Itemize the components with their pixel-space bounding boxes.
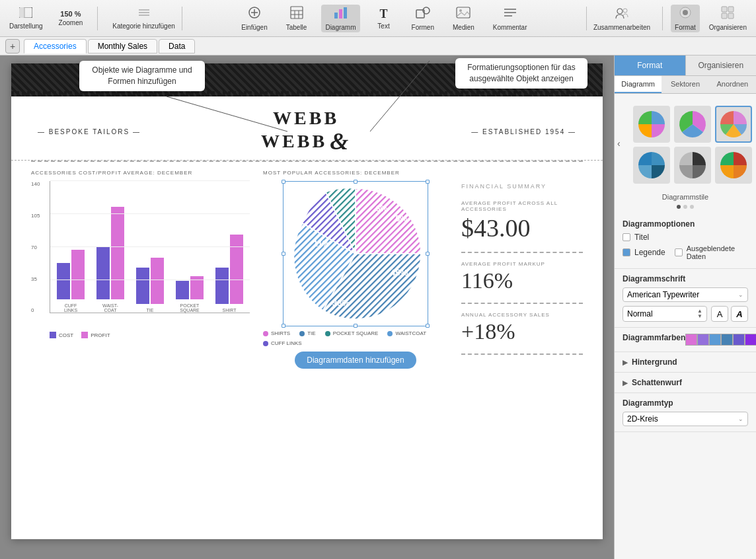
add-category-label: Kategorie hinzufügen [112,22,175,30]
styles-prev-arrow[interactable]: ‹ [617,138,621,149]
media-button[interactable]: Medien [449,5,478,32]
format-icon [679,6,692,22]
subtab-anordnen[interactable]: Anordnen [709,76,756,93]
media-label: Medien [453,24,474,31]
legend-dot-pocketsquare [325,331,330,336]
view-label: Darstellung [9,22,43,30]
subtab-diagramm[interactable]: Diagramm [615,76,662,93]
pie-label-11: 11% [313,239,329,248]
style-thumb-3[interactable] [715,106,752,143]
font-section-title: Diagrammschrift [623,274,748,283]
dashed-divider-fin1 [461,252,583,253]
shadow-arrow: ▶ [623,379,628,387]
font-italic-button[interactable]: A [731,306,748,322]
legend-dot-shirts [263,331,268,336]
stepper-arrows: ▲ ▼ [697,309,702,319]
markup-value: 116% [461,268,583,293]
style-thumb-2[interactable] [674,106,711,143]
y-label-140: 140 [31,181,40,187]
main-layout: Objekte wie Diagramme und Formen hinzufü… [0,56,756,559]
legend-checkbox[interactable] [623,248,630,256]
tab-data[interactable]: Data [159,39,195,54]
style-thumb-6[interactable] [715,147,752,184]
title-checkbox[interactable] [623,233,630,241]
text-button[interactable]: T Text [371,6,397,31]
chart-label: Diagramm [325,24,356,31]
y-label-70: 70 [31,244,40,250]
title-option-row: Titel [623,233,748,242]
text-icon: T [380,7,388,21]
diagram-subtabs: Diagramm Sektoren Anordnen [615,76,756,94]
font-dropdown[interactable]: American Typewriter ⌄ [623,287,748,302]
pie-label-33: 33% [332,299,350,309]
view-button[interactable]: Darstellung [5,6,47,31]
sidebar-format-tabs: Format Organisieren [615,56,756,76]
bar-chart: CUFFLINKS WAIST-COAT [50,181,250,313]
legend-label-pocketsquare: POCKET SQUARE [333,330,379,336]
logo-ampersand: & [330,129,351,155]
chart-button[interactable]: Diagramm [321,5,359,32]
color-swatch-1[interactable] [685,334,697,346]
color-swatch-5[interactable] [733,334,745,346]
add-tab-button[interactable]: + [5,39,20,54]
background-section-header[interactable]: ▶ Hintergrund [615,352,756,373]
font-bold-button[interactable]: A [711,306,728,322]
separator-3 [586,7,587,30]
legend-cost-color [50,332,56,338]
doc-logo: WEBB WEBB & [261,108,351,155]
organize-button[interactable]: Organisieren [705,5,751,32]
chart-type-title: Diagrammtyp [623,398,748,408]
tab-monthly-sales[interactable]: Monthly Sales [88,39,157,54]
insert-button[interactable]: Einfügen [237,5,271,32]
collab-icon [615,6,629,22]
legend-shirts: SHIRTS [263,330,290,336]
font-dropdown-arrow: ⌄ [738,291,743,298]
shapes-label: Formen [412,24,434,31]
shadow-title: Schattenwurf [632,378,682,387]
collab-button[interactable]: Zusammenarbeiten [589,5,654,32]
add-data-button[interactable]: Diagrammdaten hinzufügen [295,352,416,369]
separator-1 [97,7,98,30]
pie-chart-section: MOST POPULAR ACCESSORIES: DECEMBER [263,170,448,369]
background-arrow: ▶ [623,359,628,366]
zoom-button[interactable]: 150 % Zoomen [55,9,87,28]
diagram-styles-area: ‹ [615,94,756,193]
canvas-scroll-area[interactable]: — BESPOKE TAILORS — WEBB WEBB & — ESTABL… [0,56,614,559]
svg-point-20 [459,9,462,12]
colors-title: Diagrammfarben [623,333,685,342]
chart-type-section: Diagrammtyp 2D-Kreis ⌄ [615,393,756,432]
title-option-label: Titel [634,233,649,242]
add-category-button[interactable]: Kategorie hinzufügen [108,6,179,31]
legend-tie: TIE [299,330,315,336]
legend-cost-label: COST [59,332,73,338]
dot-3 [690,205,694,209]
shapes-button[interactable]: Formen [408,5,438,32]
color-swatch-4[interactable] [721,334,733,346]
shadow-section-header[interactable]: ▶ Schattenwurf [615,373,756,393]
comment-button[interactable]: Kommentar [489,5,531,32]
chart-type-dropdown[interactable]: 2D-Kreis ⌄ [623,412,748,426]
sidebar-tab-organize[interactable]: Organisieren [686,56,757,75]
format-button[interactable]: Format [671,5,700,32]
style-thumb-1[interactable] [633,106,670,143]
tab-accessories[interactable]: Accessories [24,39,87,54]
pie-chart-svg: 5% 6% 11% 45% 33% [283,181,428,326]
sidebar-tab-format[interactable]: Format [615,56,686,75]
avg-profit-value: $43.00 [461,213,583,242]
style-thumb-5[interactable] [674,147,711,184]
style-thumb-4[interactable] [633,147,670,184]
legend-option-label: Legende [634,248,665,257]
color-swatch-6[interactable] [745,334,756,346]
pie-chart-title: MOST POPULAR ACCESSORIES: DECEMBER [263,170,448,176]
hidden-data-checkbox[interactable] [675,248,683,256]
legend-profit-label: PROFIT [91,332,110,338]
subtab-sektoren[interactable]: Sektoren [662,76,708,93]
toolbar: Darstellung 150 % Zoomen Kategorie hinzu… [0,0,756,37]
table-button[interactable]: Tabelle [282,5,311,32]
color-swatch-3[interactable] [709,334,721,346]
font-style-value: Normal [627,309,653,318]
font-style-stepper[interactable]: Normal ▲ ▼ [623,306,707,322]
color-swatch-2[interactable] [697,334,709,346]
stepper-down[interactable]: ▼ [697,314,702,319]
dashed-divider-fin2 [461,303,583,304]
